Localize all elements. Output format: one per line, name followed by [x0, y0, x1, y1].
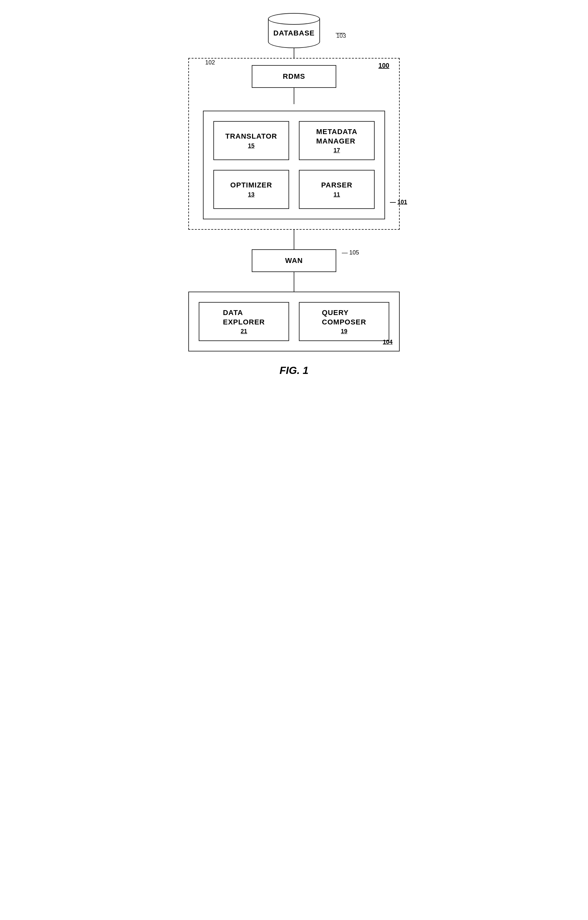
parser-box: PARSER 11 [299, 170, 375, 209]
connector-outer-wan [294, 230, 295, 249]
bottom-component-grid: DATA EXPLORER 21 QUERY COMPOSER 19 [199, 302, 389, 341]
connector-rdms-inner [294, 88, 295, 104]
rdms-label: RDMS [283, 72, 305, 81]
figure-label: FIG. 1 [280, 364, 309, 377]
query-composer-label: QUERY COMPOSER [322, 308, 366, 327]
translator-label: TRANSLATOR [225, 132, 278, 141]
outer-container-100: 100 102 RDMS —101 TRANSLATOR 15 [188, 58, 400, 230]
translator-box: TRANSLATOR 15 [213, 121, 289, 160]
ref-101-outside: — 101 [390, 199, 407, 206]
rdms-box: RDMS [252, 65, 336, 88]
diagram: DATABASE 103 100 102 RDMS —101 [180, 13, 408, 377]
component-grid: TRANSLATOR 15 METADATA MANAGER 17 OPTIMI… [213, 121, 375, 209]
cylinder-top [268, 13, 320, 25]
translator-ref: 15 [248, 143, 254, 149]
inner-container-101: —101 TRANSLATOR 15 METADATA MANAGER 17 O… [203, 111, 385, 219]
metadata-manager-label: METADATA MANAGER [316, 127, 357, 146]
data-explorer-box: DATA EXPLORER 21 [199, 302, 289, 341]
rdms-section: 102 RDMS [195, 65, 393, 88]
metadata-manager-box: METADATA MANAGER 17 [299, 121, 375, 160]
metadata-manager-ref: 17 [333, 147, 340, 154]
wan-box: WAN [252, 249, 336, 272]
parser-label: PARSER [321, 181, 352, 190]
bottom-container-104: DATA EXPLORER 21 QUERY COMPOSER 19 104 [188, 292, 400, 351]
ref-102-label: 102 [205, 59, 215, 66]
connector-db-outer [294, 48, 295, 58]
connector-wan-bottom [294, 272, 295, 292]
optimizer-label: OPTIMIZER [230, 181, 272, 190]
database-section: DATABASE 103 [268, 13, 320, 48]
ref-104-label: 104 [383, 339, 393, 346]
ref-105-label: — 105 [342, 249, 359, 256]
wan-label: WAN [285, 256, 303, 266]
optimizer-box: OPTIMIZER 13 [213, 170, 289, 209]
data-explorer-ref: 21 [241, 328, 247, 335]
database-label: DATABASE [273, 29, 315, 38]
optimizer-ref: 13 [248, 191, 254, 198]
database-cylinder: DATABASE [268, 13, 320, 48]
data-explorer-label: DATA EXPLORER [223, 308, 265, 327]
ref-103-arrow [336, 31, 346, 35]
parser-ref: 11 [333, 191, 340, 198]
query-composer-box: QUERY COMPOSER 19 [299, 302, 389, 341]
query-composer-ref: 19 [341, 328, 347, 335]
wan-section: WAN — 105 [252, 249, 336, 272]
